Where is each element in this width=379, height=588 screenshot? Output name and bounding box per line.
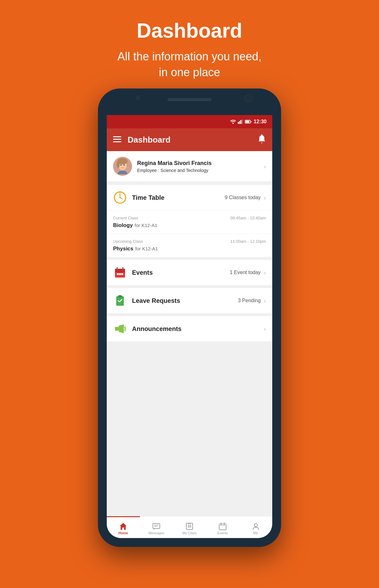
timetable-header[interactable]: Time Table 9 Classes today › bbox=[107, 185, 272, 211]
avatar-image bbox=[113, 157, 132, 176]
svg-rect-32 bbox=[115, 327, 119, 331]
phone-outer-shell: 12:30 Dashboard bbox=[98, 89, 281, 547]
calendar-icon bbox=[113, 266, 127, 279]
svg-rect-36 bbox=[186, 523, 193, 530]
svg-rect-38 bbox=[188, 527, 191, 527]
me-icon bbox=[252, 522, 260, 530]
current-class-label: Current Class bbox=[113, 216, 138, 220]
nav-my-class-label: My Class bbox=[182, 531, 196, 535]
svg-rect-6 bbox=[245, 121, 250, 123]
app-bar-title: Dashboard bbox=[128, 135, 258, 145]
leave-requests-badge: 3 Pending bbox=[238, 298, 261, 303]
upcoming-class-label: Upcoming Class bbox=[113, 239, 143, 244]
svg-point-17 bbox=[123, 164, 125, 166]
svg-rect-3 bbox=[240, 120, 241, 124]
current-class-detail: Biologyfor K12-A1 bbox=[113, 222, 266, 229]
hamburger-menu-icon[interactable] bbox=[113, 135, 121, 145]
profile-card[interactable]: Regina Maria Sivori Francis Employee : S… bbox=[107, 151, 272, 182]
svg-point-43 bbox=[254, 524, 257, 527]
svg-rect-29 bbox=[119, 273, 121, 275]
svg-rect-4 bbox=[242, 119, 243, 124]
nav-me-label: Me bbox=[253, 531, 258, 535]
svg-rect-37 bbox=[188, 525, 191, 526]
svg-rect-2 bbox=[239, 121, 240, 124]
leave-requests-card[interactable]: Leave Requests 3 Pending › bbox=[107, 288, 272, 314]
profile-name: Regina Maria Sivori Francis bbox=[137, 160, 264, 167]
leave-requests-header[interactable]: Leave Requests 3 Pending › bbox=[107, 288, 272, 314]
phone-speaker bbox=[167, 98, 212, 101]
clipboard-check-icon bbox=[113, 294, 127, 308]
svg-rect-27 bbox=[117, 273, 119, 275]
timetable-badge: 9 Classes today bbox=[225, 195, 261, 200]
notification-bell-icon[interactable] bbox=[258, 134, 266, 145]
messages-icon bbox=[152, 522, 160, 530]
clock-icon bbox=[113, 191, 127, 205]
page-main-title: Dashboard bbox=[6, 19, 373, 42]
current-class-item: Current Class 09:45am - 10.40am Biologyf… bbox=[107, 211, 272, 234]
nav-me[interactable]: Me bbox=[239, 520, 272, 535]
wifi-icon bbox=[230, 119, 236, 124]
events-nav-icon bbox=[219, 522, 227, 530]
svg-rect-40 bbox=[219, 524, 226, 526]
svg-point-0 bbox=[232, 123, 234, 124]
svg-rect-10 bbox=[113, 141, 121, 142]
svg-rect-26 bbox=[122, 267, 123, 270]
leave-requests-title: Leave Requests bbox=[132, 297, 238, 304]
svg-rect-28 bbox=[121, 273, 123, 275]
events-header[interactable]: Events 1 Event today › bbox=[107, 260, 272, 285]
announcements-chevron-icon: › bbox=[264, 325, 266, 333]
svg-rect-33 bbox=[153, 524, 160, 529]
leave-requests-chevron-icon: › bbox=[264, 297, 266, 304]
events-chevron-icon: › bbox=[264, 269, 266, 276]
phone-screen: 12:30 Dashboard bbox=[107, 115, 272, 538]
status-icons: 12:30 bbox=[230, 119, 267, 125]
events-badge: 1 Event today bbox=[230, 270, 261, 275]
nav-messages[interactable]: Messages bbox=[140, 520, 173, 535]
my-class-icon bbox=[185, 522, 194, 530]
phone-camera-left bbox=[136, 95, 140, 100]
events-title: Events bbox=[132, 269, 230, 276]
timetable-title: Time Table bbox=[132, 194, 225, 201]
app-bar: Dashboard bbox=[107, 128, 272, 151]
profile-info: Regina Maria Sivori Francis Employee : S… bbox=[137, 160, 264, 173]
svg-point-16 bbox=[120, 164, 122, 166]
svg-rect-31 bbox=[118, 295, 122, 297]
page-subtitle: All the information you need, in one pla… bbox=[6, 49, 373, 81]
home-icon bbox=[119, 522, 127, 530]
svg-rect-1 bbox=[238, 122, 239, 124]
bottom-navigation: Home Messages bbox=[107, 516, 272, 538]
status-time: 12:30 bbox=[254, 119, 267, 125]
events-calendar-svg bbox=[114, 266, 126, 279]
phone-camera-right bbox=[244, 94, 253, 102]
upcoming-class-item: Upcoming Class 11:00am - 12.10pm Physics… bbox=[107, 234, 272, 257]
announcements-title: Announcements bbox=[132, 325, 261, 333]
upcoming-class-time: 11:00am - 12.10pm bbox=[230, 239, 266, 244]
svg-line-21 bbox=[120, 198, 123, 199]
upcoming-class-detail: Physicsfor K12-A1 bbox=[113, 246, 266, 252]
svg-point-15 bbox=[117, 161, 120, 168]
nav-events[interactable]: Events bbox=[206, 520, 239, 535]
current-class-time: 09:45am - 10.40am bbox=[230, 216, 266, 220]
svg-rect-24 bbox=[115, 271, 125, 273]
signal-icon bbox=[238, 119, 243, 124]
main-content: Regina Maria Sivori Francis Employee : S… bbox=[107, 151, 272, 516]
announcements-svg bbox=[114, 322, 126, 335]
status-bar: 12:30 bbox=[107, 115, 272, 128]
nav-events-label: Events bbox=[217, 531, 228, 535]
announcements-header[interactable]: Announcements › bbox=[107, 316, 272, 342]
svg-rect-8 bbox=[113, 136, 121, 137]
nav-home-label: Home bbox=[118, 531, 128, 535]
nav-my-class[interactable]: My Class bbox=[173, 520, 206, 535]
announcements-card[interactable]: Announcements › bbox=[107, 316, 272, 342]
svg-rect-7 bbox=[251, 121, 252, 122]
phone-inner-shell: 12:30 Dashboard bbox=[102, 93, 277, 542]
svg-rect-9 bbox=[113, 139, 121, 140]
timetable-chevron-icon: › bbox=[264, 194, 266, 201]
nav-home[interactable]: Home bbox=[107, 520, 140, 535]
svg-rect-25 bbox=[117, 267, 118, 270]
profile-chevron-icon: › bbox=[264, 163, 266, 170]
avatar bbox=[113, 157, 132, 176]
events-card[interactable]: Events 1 Event today › bbox=[107, 260, 272, 285]
timetable-card[interactable]: Time Table 9 Classes today › Current Cla… bbox=[107, 185, 272, 257]
nav-messages-label: Messages bbox=[148, 531, 164, 535]
